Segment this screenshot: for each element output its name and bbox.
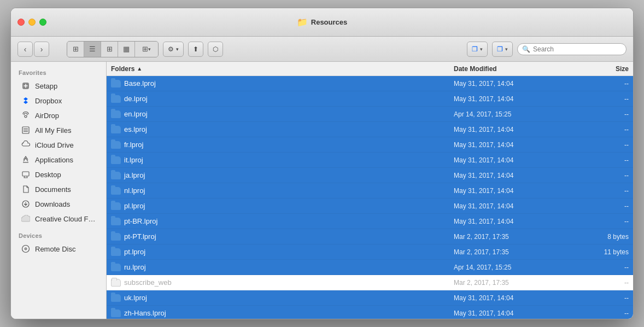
table-row[interactable]: zh-Hans.lproj May 31, 2017, 14:04 -- [107,306,633,319]
all-my-files-label: All My Files [35,126,71,135]
sidebar-item-airdrop[interactable]: AirDrop [13,108,104,122]
sidebar-item-remote-disc[interactable]: Remote Disc [13,242,104,256]
table-row[interactable]: subscribe_web Mar 2, 2017, 17:35 -- [107,275,633,290]
table-row[interactable]: ja.lproj May 31, 2017, 14:04 -- [107,168,633,183]
table-row[interactable]: en.lproj Apr 14, 2017, 15:25 -- [107,107,633,122]
file-row-size: 11 bytes [563,248,629,256]
table-row[interactable]: es.lproj May 31, 2017, 14:04 -- [107,122,633,137]
col-date-header[interactable]: Date Modified [454,65,563,73]
sync-chevron: ▾ [505,46,508,52]
chevron-down-icon: ▾ [148,46,151,52]
table-row[interactable]: uk.lproj May 31, 2017, 14:04 -- [107,290,633,306]
table-row[interactable]: it.lproj May 31, 2017, 14:04 -- [107,153,633,168]
table-row[interactable]: pt.lproj Mar 2, 2017, 17:35 11 bytes [107,244,633,260]
search-input[interactable] [533,45,610,53]
table-row[interactable]: pl.lproj May 31, 2017, 14:04 -- [107,198,633,214]
table-row[interactable]: fr.lproj May 31, 2017, 14:04 -- [107,137,633,153]
back-button[interactable]: ‹ [17,42,33,57]
file-name: ja.lproj [124,171,145,179]
gear-icon: ⚙ [168,45,174,53]
sidebar-item-all-my-files[interactable]: All My Files [13,123,104,137]
file-row-name: ru.lproj [111,263,454,271]
list-view-icon: ☰ [89,45,96,53]
folder-icon [111,95,121,103]
tag-button[interactable]: ⬡ [208,42,223,57]
folder-icon [111,279,121,287]
minimize-button[interactable] [28,19,36,26]
search-box[interactable]: 🔍 [517,43,627,55]
applications-icon [21,155,31,165]
dropbox-toolbar-button[interactable]: ❐ ▾ [467,42,488,57]
creative-cloud-label: Creative Cloud F… [35,215,96,223]
table-row[interactable]: Base.lproj May 31, 2017, 14:04 -- [107,76,633,91]
table-row[interactable]: de.lproj May 31, 2017, 14:04 -- [107,91,633,107]
grid-icon: ⊞ [142,45,148,53]
maximize-button[interactable] [39,19,46,26]
folder-icon [111,264,121,271]
sidebar-item-creative-cloud[interactable]: Creative Cloud F… [13,212,104,226]
file-row-name: Base.lproj [111,79,454,87]
sidebar-item-documents[interactable]: Documents [13,182,104,196]
sidebar-item-applications[interactable]: Applications [13,153,104,167]
file-row-name: pt-BR.lproj [111,217,454,225]
file-row-size: -- [563,202,629,210]
titlebar: 📁 Resources [11,8,633,37]
sort-arrow-icon: ▲ [137,66,142,72]
file-row-date: Mar 2, 2017, 17:35 [454,233,563,241]
action-button[interactable]: ⚙ ▾ [163,42,184,57]
cover-flow-button[interactable]: ▦ [118,42,134,57]
devices-section: Devices Remote Disc [11,230,106,256]
title-folder-icon: 📁 [297,17,308,27]
sidebar-item-downloads[interactable]: Downloads [13,197,104,211]
table-row[interactable]: nl.lproj May 31, 2017, 14:04 -- [107,183,633,198]
documents-label: Documents [35,185,71,194]
file-row-size: -- [563,141,629,149]
file-list[interactable]: Folders ▲ Date Modified Size Base.lproj … [107,62,633,319]
icon-view-button[interactable]: ⊞ [67,42,84,57]
file-name: ru.lproj [124,263,146,271]
sidebar-item-icloud-drive[interactable]: iCloud Drive [13,138,104,152]
all-my-files-icon [21,125,31,135]
close-button[interactable] [17,19,25,26]
sidebar-item-setapp[interactable]: Setapp [13,79,104,93]
window-title: Resources [311,18,347,26]
sidebar-item-desktop[interactable]: Desktop [13,167,104,182]
table-row[interactable]: ru.lproj Apr 14, 2017, 15:25 -- [107,260,633,275]
file-name: nl.lproj [124,186,145,195]
col-size-header[interactable]: Size [563,65,629,73]
forward-button[interactable]: › [34,42,49,57]
file-name: pt-PT.lproj [124,232,156,241]
list-view-button[interactable]: ☰ [84,42,101,57]
file-row-date: May 31, 2017, 14:04 [454,294,563,302]
sidebar-item-dropbox[interactable]: Dropbox [13,94,104,108]
svg-rect-7 [22,172,29,176]
share-button[interactable]: ⬆ [188,42,203,57]
forward-icon: › [40,45,43,54]
file-row-size: -- [563,279,629,287]
file-row-date: May 31, 2017, 14:04 [454,95,563,103]
devices-header: Devices [11,230,106,241]
file-row-name: pl.lproj [111,202,454,210]
file-row-date: May 31, 2017, 14:04 [454,156,563,164]
table-row[interactable]: pt-BR.lproj May 31, 2017, 14:04 -- [107,214,633,229]
arrange-button[interactable]: ⊞ ▾ [135,42,158,57]
file-row-name: zh-Hans.lproj [111,309,454,317]
file-row-name: nl.lproj [111,186,454,195]
file-rows-container: Base.lproj May 31, 2017, 14:04 -- de.lpr… [107,76,633,319]
file-row-date: Apr 14, 2017, 15:25 [454,264,563,271]
svg-point-1 [25,115,27,118]
file-row-size: -- [563,310,629,317]
folder-icon [111,187,121,195]
file-row-name: es.lproj [111,125,454,133]
folder-icon [111,172,121,179]
table-row[interactable]: pt-PT.lproj Mar 2, 2017, 17:35 8 bytes [107,229,633,244]
svg-point-14 [25,248,26,249]
dropbox-sync-button[interactable]: ❐ ▾ [492,42,513,57]
dropbox-icon: ❐ [472,45,478,53]
col-name-header[interactable]: Folders ▲ [111,65,454,73]
file-name: subscribe_web [124,278,172,287]
folder-icon [111,202,121,210]
file-name: zh-Hans.lproj [124,309,166,317]
back-icon: ‹ [24,45,27,54]
column-view-button[interactable]: ⊞ [101,42,118,57]
